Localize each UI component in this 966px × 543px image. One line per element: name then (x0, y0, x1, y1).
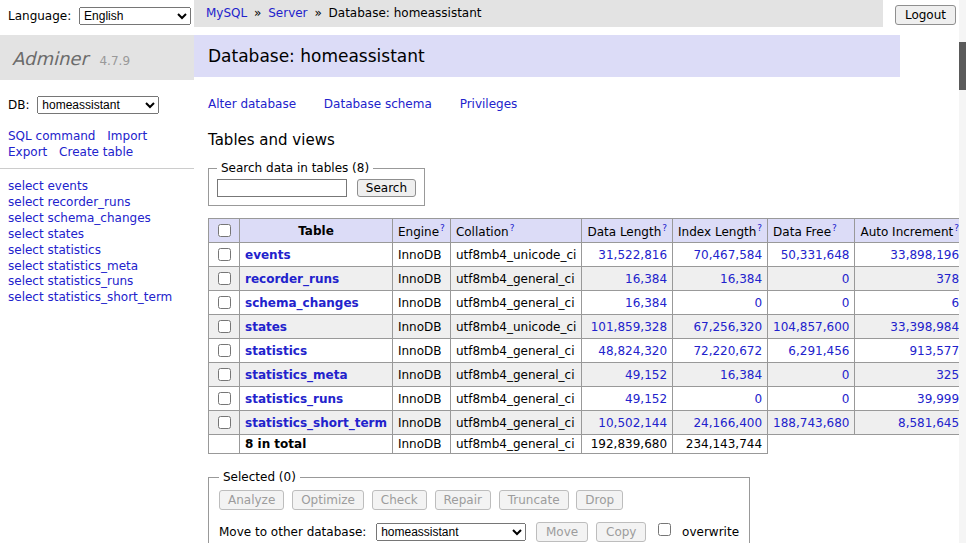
sql-command-link[interactable]: SQL command (8, 129, 95, 143)
data-length-link[interactable]: 48,824,320 (598, 344, 667, 358)
auto-increment-link[interactable]: 325 (936, 368, 959, 382)
help-link[interactable]: ? (832, 223, 837, 233)
index-length-link[interactable]: 16,384 (720, 368, 762, 382)
data-length-link[interactable]: 49,152 (625, 368, 667, 382)
data-free-link[interactable]: 0 (842, 368, 850, 382)
row-checkbox[interactable] (218, 296, 231, 309)
move-button[interactable]: Move (536, 522, 588, 542)
breadcrumb-mysql-link[interactable]: MySQL (206, 6, 247, 20)
overwrite-label[interactable]: overwrite (682, 525, 739, 539)
sidebar-item-select-states[interactable]: select states (8, 227, 186, 243)
row-checkbox[interactable] (218, 416, 231, 429)
scrollbar[interactable] (959, 0, 966, 543)
table-name-link[interactable]: states (245, 320, 287, 334)
index-length-link[interactable]: 0 (754, 296, 762, 310)
help-link[interactable]: ? (757, 223, 762, 233)
check-button[interactable]: Check (372, 490, 427, 510)
sidebar-item-select-events[interactable]: select events (8, 179, 186, 195)
import-link[interactable]: Import (107, 129, 147, 143)
sidebar-item-select-statistics[interactable]: select statistics (8, 243, 186, 259)
auto-increment-link[interactable]: 8,581,645 (898, 416, 959, 430)
db-nav-links: Alter database Database schema Privilege… (208, 97, 966, 111)
logout-button[interactable]: Logout (895, 5, 956, 25)
drop-button[interactable]: Drop (576, 490, 623, 510)
truncate-button[interactable]: Truncate (499, 490, 569, 510)
row-checkbox[interactable] (218, 368, 231, 381)
auto-increment-link[interactable]: 378 (936, 272, 959, 286)
breadcrumb-separator: » (314, 6, 321, 20)
data-free-link[interactable]: 188,743,680 (773, 416, 849, 430)
auto-increment-link[interactable]: 33,898,196 (890, 248, 959, 262)
data-free-link[interactable]: 6,291,456 (788, 344, 849, 358)
move-db-select[interactable]: homeassistant (376, 523, 526, 541)
sidebar-item-select-recorder-runs[interactable]: select recorder_runs (8, 195, 186, 211)
language-select[interactable]: English (79, 7, 191, 25)
total-label-cell: 8 in total (240, 435, 393, 454)
sidebar-item-select-statistics-meta[interactable]: select statistics_meta (8, 259, 186, 275)
data-length-link[interactable]: 101,859,328 (591, 320, 667, 334)
analyze-button[interactable]: Analyze (219, 490, 284, 510)
sidebar-item-select-statistics-runs[interactable]: select statistics_runs (8, 274, 186, 290)
scrollbar-thumb[interactable] (959, 42, 966, 90)
search-fieldset: Search data in tables (8) Search (208, 161, 425, 206)
row-checkbox[interactable] (218, 344, 231, 357)
adminer-logo-link[interactable]: Adminer (12, 48, 88, 69)
overwrite-checkbox[interactable] (658, 523, 671, 536)
auto-increment-link[interactable]: 6 (951, 296, 959, 310)
alter-database-link[interactable]: Alter database (208, 97, 296, 111)
engine-cell: InnoDB (392, 411, 450, 435)
help-link[interactable]: ? (440, 223, 445, 233)
data-free-link[interactable]: 104,857,600 (773, 320, 849, 334)
table-name-link[interactable]: schema_changes (245, 296, 359, 310)
auto-increment-link[interactable]: 33,398,984 (890, 320, 959, 334)
create-table-link[interactable]: Create table (59, 145, 133, 159)
row-checkbox[interactable] (218, 248, 231, 261)
auto-increment-link[interactable]: 39,999 (917, 392, 959, 406)
index-length-link[interactable]: 70,467,584 (693, 248, 762, 262)
table-name-link[interactable]: statistics (245, 344, 307, 358)
index-length-link[interactable]: 0 (754, 392, 762, 406)
search-button[interactable]: Search (357, 179, 416, 197)
data-length-link[interactable]: 10,502,144 (598, 416, 667, 430)
row-checkbox[interactable] (218, 272, 231, 285)
db-select[interactable]: homeassistant (37, 96, 159, 114)
data-length-link[interactable]: 16,384 (625, 272, 667, 286)
help-link[interactable]: ? (510, 223, 515, 233)
data-free-link[interactable]: 0 (842, 296, 850, 310)
database-schema-link[interactable]: Database schema (324, 97, 432, 111)
data-free-link[interactable]: 50,331,648 (781, 248, 850, 262)
index-length-link[interactable]: 72,220,672 (693, 344, 762, 358)
row-checkbox[interactable] (218, 320, 231, 333)
index-length-link[interactable]: 67,256,320 (693, 320, 762, 334)
table-name-link[interactable]: statistics_short_term (245, 416, 387, 430)
repair-button[interactable]: Repair (435, 490, 491, 510)
sidebar-item-select-schema-changes[interactable]: select schema_changes (8, 211, 186, 227)
search-input[interactable] (217, 179, 347, 197)
data-length-link[interactable]: 31,522,816 (598, 248, 667, 262)
data-free-link[interactable]: 0 (842, 272, 850, 286)
table-name-link[interactable]: events (245, 248, 291, 262)
auto-increment-link[interactable]: 913,577 (909, 344, 959, 358)
table-name-link[interactable]: statistics_meta (245, 368, 348, 382)
select-all-checkbox[interactable] (218, 224, 231, 237)
privileges-link[interactable]: Privileges (460, 97, 518, 111)
table-name-link[interactable]: recorder_runs (245, 272, 339, 286)
sidebar-item-select-statistics-short-term[interactable]: select statistics_short_term (8, 290, 186, 306)
row-checkbox[interactable] (218, 392, 231, 405)
index-length-link[interactable]: 24,166,400 (693, 416, 762, 430)
data-free-cell: 0 (768, 267, 855, 291)
data-free-link[interactable]: 0 (842, 392, 850, 406)
copy-button[interactable]: Copy (596, 522, 646, 542)
optimize-button[interactable]: Optimize (292, 490, 364, 510)
col-header-table: Table (240, 219, 393, 243)
data-length-cell: 16,384 (582, 267, 673, 291)
export-link[interactable]: Export (8, 145, 47, 159)
help-link[interactable]: ? (662, 223, 667, 233)
col-header-data-free: Data Free? (768, 219, 855, 243)
index-length-link[interactable]: 16,384 (720, 272, 762, 286)
breadcrumb-server-link[interactable]: Server (268, 6, 307, 20)
data-length-link[interactable]: 49,152 (625, 392, 667, 406)
data-length-link[interactable]: 16,384 (625, 296, 667, 310)
data-length-cell: 101,859,328 (582, 315, 673, 339)
table-name-link[interactable]: statistics_runs (245, 392, 343, 406)
